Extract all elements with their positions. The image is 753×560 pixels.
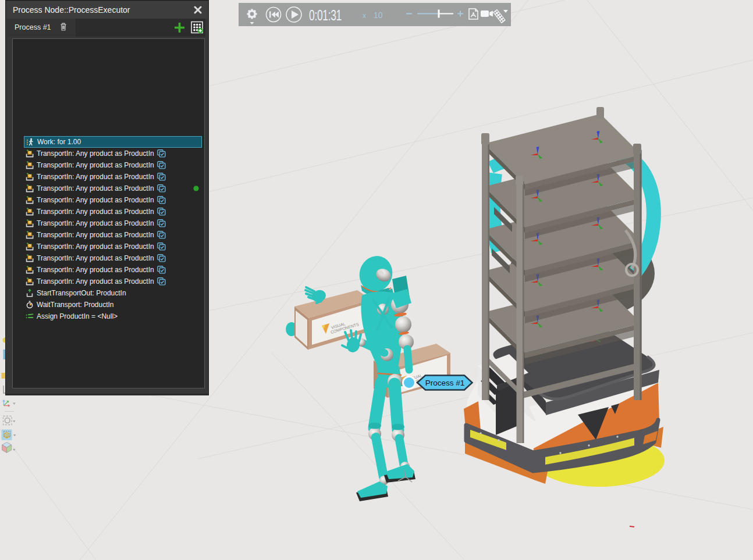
- svg-text:Process #1: Process #1: [425, 379, 465, 387]
